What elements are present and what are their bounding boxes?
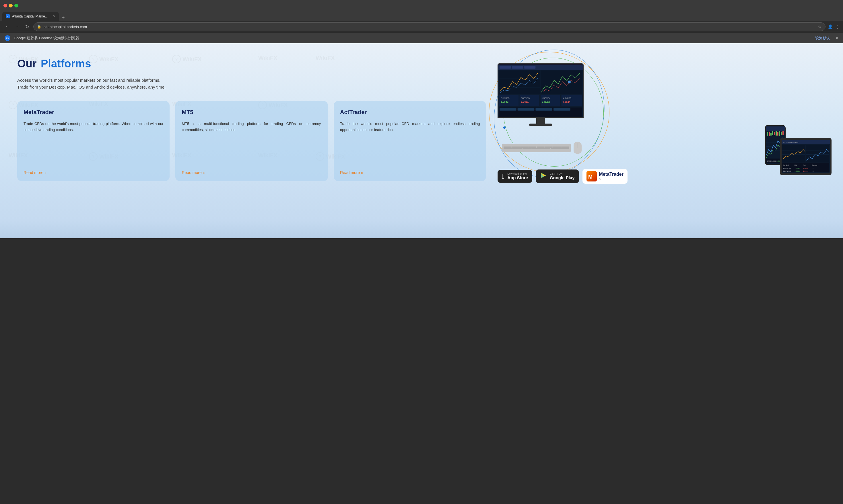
browser-menu-button[interactable]: ⋮: [835, 24, 840, 30]
tab-favicon-icon: A: [6, 14, 10, 18]
maximize-window-button[interactable]: [14, 4, 18, 7]
reload-button[interactable]: ↻: [23, 23, 31, 31]
description: Access the world's most popular markets …: [17, 77, 184, 91]
svg-rect-2: [500, 66, 511, 69]
browser-chrome: A Atlanta Capital Markets - Atla... ✕ + …: [0, 0, 843, 43]
mouse-mockup: [573, 142, 582, 154]
svg-rect-26: [554, 108, 571, 111]
notification-close-button[interactable]: ×: [836, 36, 838, 41]
mt5-read-more-link[interactable]: Read more »: [182, 170, 321, 175]
google-play-icon: [540, 172, 547, 181]
svg-rect-5: [499, 71, 540, 94]
monitor-neck: [536, 118, 545, 124]
svg-text:GBP/USD: GBP/USD: [521, 97, 530, 99]
app-buttons-area:  Download on the App Store: [498, 169, 627, 184]
address-actions: ☆: [818, 24, 822, 29]
nav-buttons: ← → ↻: [3, 23, 31, 31]
heading-platforms: Platforms: [41, 58, 91, 70]
svg-text:1.2631: 1.2631: [521, 100, 529, 103]
svg-rect-39: [774, 132, 775, 135]
svg-text:Spread: Spread: [812, 164, 817, 166]
bookmark-icon[interactable]: ☆: [818, 24, 822, 29]
svg-text:MT5 - MetaTrader 5: MT5 - MetaTrader 5: [783, 142, 798, 143]
svg-rect-51: [806, 145, 829, 162]
notification-action-button[interactable]: 设为默认: [815, 36, 830, 41]
svg-rect-40: [776, 131, 777, 136]
url-text: atlantacapitalmarkets.com: [44, 25, 87, 29]
svg-rect-48: [782, 145, 805, 162]
monitor-base: [529, 124, 552, 126]
chrome-icon: G: [5, 35, 10, 41]
svg-text:Bid: Bid: [794, 164, 797, 166]
mt5-card-title: MT5: [182, 109, 321, 115]
svg-text:148.52: 148.52: [542, 100, 550, 103]
svg-text:EUR/USD: EUR/USD: [783, 167, 791, 169]
address-bar[interactable]: 🔒 atlantacapitalmarkets.com ☆: [33, 22, 826, 31]
mt5-card-body: MT5 is a multi-functional trading platfo…: [182, 121, 321, 165]
read-more-arrows-icon: »: [203, 170, 205, 175]
tab-close-button[interactable]: ✕: [53, 15, 55, 18]
svg-text:1.0844: 1.0844: [803, 167, 809, 169]
svg-rect-41: [777, 132, 778, 136]
metatrader-read-more-link[interactable]: Read more »: [23, 170, 163, 175]
description-line2: Trade from your Desktop, Mac, iOS and An…: [17, 85, 166, 89]
svg-text:M: M: [588, 174, 592, 180]
svg-text:1.0842: 1.0842: [794, 167, 800, 169]
acttrader-card-body: Trade the world's most popular CFD marke…: [340, 121, 480, 165]
tablet-mockup: MT5 - MetaTrader 5: [780, 138, 831, 175]
svg-text:GBP/USD: GBP/USD: [783, 170, 791, 172]
profile-icon[interactable]: 👤: [828, 24, 833, 29]
svg-rect-1: [498, 65, 583, 70]
svg-text:USD/JPY: USD/JPY: [542, 97, 550, 99]
svg-text:EUR/USD: EUR/USD: [501, 97, 510, 99]
mt5-logo-icon: M: [586, 171, 597, 181]
notification-bar: G Google 建议将 Chrome 设为默认浏览器 设为默认 ×: [0, 33, 843, 43]
google-play-small-text: GET IT ON: [550, 172, 575, 176]
forward-button[interactable]: →: [13, 23, 21, 31]
address-bar-row: ← → ↻ 🔒 atlantacapitalmarkets.com ☆ 👤 ⋮: [0, 21, 843, 33]
metatrader-card-body: Trade CFDs on the world's most popular t…: [23, 121, 163, 165]
svg-rect-36: [769, 131, 770, 136]
metatrader-card-title: MetaTrader: [23, 109, 163, 115]
webpage-content: ?WikiFX ?WikiFX ?WikiFX WikiFX WikiFX ?W…: [0, 43, 843, 221]
heading-our: Our: [17, 58, 37, 70]
app-store-small-text: Download on the: [507, 172, 528, 176]
minimize-window-button[interactable]: [9, 4, 13, 7]
svg-text:0.6524: 0.6524: [563, 100, 570, 103]
lock-icon: 🔒: [37, 25, 41, 29]
app-store-large-text: App Store: [507, 175, 528, 180]
svg-rect-38: [772, 131, 773, 135]
new-tab-button[interactable]: +: [59, 15, 67, 21]
cards-row: MetaTrader Trade CFDs on the world's mos…: [17, 101, 486, 181]
acttrader-read-more-link[interactable]: Read more »: [340, 170, 480, 175]
svg-rect-28: [766, 126, 785, 131]
metatrader-card: MetaTrader Trade CFDs on the world's mos…: [17, 101, 170, 181]
svg-rect-37: [770, 133, 772, 136]
description-line1: Access the world's most popular markets …: [17, 78, 160, 83]
mt5-badge-number: 5: [599, 177, 623, 181]
google-play-text: GET IT ON Google Play: [550, 172, 575, 181]
devices-area: EUR/USD 1.0842 GBP/USD 1.2631 USD/JPY 14…: [498, 58, 826, 184]
keyboard-mockup: [502, 144, 571, 152]
close-window-button[interactable]: [3, 4, 7, 7]
app-store-button[interactable]:  Download on the App Store: [498, 170, 532, 183]
active-tab[interactable]: A Atlanta Capital Markets - Atla... ✕: [2, 12, 59, 21]
monitor-mockup: EUR/USD 1.0842 GBP/USD 1.2631 USD/JPY 14…: [498, 64, 584, 126]
svg-rect-4: [524, 66, 536, 69]
tab-title: Atlanta Capital Markets - Atla...: [12, 14, 49, 18]
browser-titlebar: [0, 0, 843, 11]
traffic-lights: [3, 4, 18, 7]
acttrader-card: ActTrader Trade the world's most popular…: [334, 101, 486, 181]
read-more-arrows-icon: »: [45, 170, 47, 175]
svg-rect-35: [767, 132, 768, 136]
metatrader5-badge[interactable]: M MetaTrader 5: [583, 169, 627, 184]
svg-rect-23: [500, 108, 516, 111]
apple-icon: : [502, 172, 504, 180]
google-play-button[interactable]: GET IT ON Google Play: [536, 169, 579, 183]
svg-text:1.2631: 1.2631: [794, 170, 800, 172]
mt5-badge-name: MetaTrader: [599, 172, 623, 177]
back-button[interactable]: ←: [3, 23, 12, 31]
page-footer-area: [0, 221, 843, 238]
svg-rect-42: [779, 131, 780, 136]
svg-text:Symbol: Symbol: [783, 164, 789, 166]
